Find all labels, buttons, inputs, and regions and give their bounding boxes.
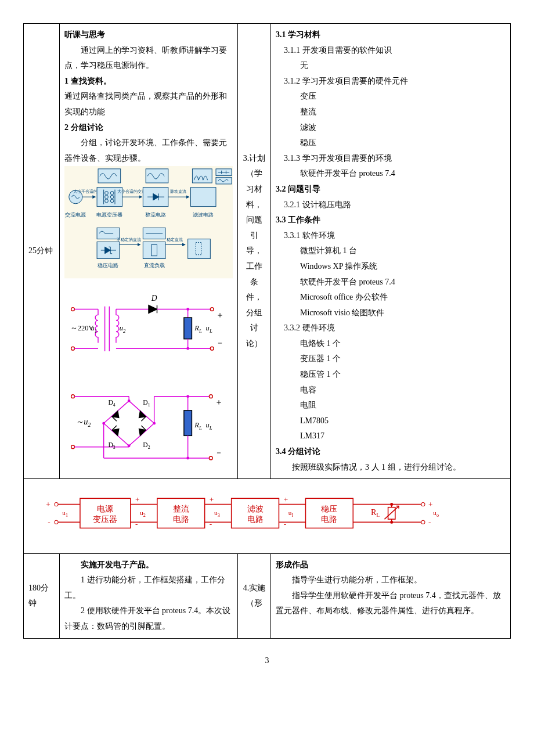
svg-text:uL: uL xyxy=(206,421,212,431)
svg-text:-: - xyxy=(284,520,286,528)
r3-h: 实施开发电子产品。 xyxy=(64,557,233,573)
r1-p1: 通过网上的学习资料、听教师讲解学习要点，学习稳压电源制作。 xyxy=(64,43,233,74)
svg-text:－: － xyxy=(216,339,224,348)
svg-text:-: - xyxy=(428,518,431,527)
l321: 3.2.1 设计稳压电路 xyxy=(276,197,506,213)
svg-point-89 xyxy=(209,395,212,398)
svg-text:u3: u3 xyxy=(214,509,220,518)
row-impl: 180分钟 实施开发电子产品。 1 进行功能分析，工作框架搭建，工作分工。 2 … xyxy=(24,553,511,638)
flow-cell: + - u1 电源 变压器 + - u2 整流 电路 + - xyxy=(24,479,511,553)
svg-text:D2: D2 xyxy=(143,441,150,450)
l313: 3.1.3 学习开发项目需要的环境 xyxy=(276,151,506,167)
svg-text:+: + xyxy=(135,496,140,505)
svg-point-151 xyxy=(390,503,393,506)
l331e: Microsoft visio 绘图软件 xyxy=(276,305,506,321)
l312: 3.1.2 学习开发项目需要的硬件元件 xyxy=(276,74,506,89)
svg-text:RL: RL xyxy=(194,324,202,334)
svg-rect-59 xyxy=(184,318,192,339)
svg-text:＋: ＋ xyxy=(216,311,224,319)
l331a: 微型计算机 1 台 xyxy=(276,243,506,259)
svg-rect-44 xyxy=(188,239,211,259)
row3-left: 实施开发电子产品。 1 进行功能分析，工作框架搭建，工作分工。 2 使用软硬件开… xyxy=(60,553,238,638)
svg-text:滤波电路: 滤波电路 xyxy=(193,212,214,218)
l311: 3.1.1 开发项目需要的软件知识 xyxy=(276,43,506,59)
row1-left: 听课与思考 通过网上的学习资料、听教师讲解学习要点，学习稳压电源制作。 1 查找… xyxy=(60,24,238,479)
row1-time: 25分钟 xyxy=(24,24,60,479)
l312a: 变压 xyxy=(276,89,506,105)
r1-p2: 通过网络查找同类产品，观察其产品的外形和实现的功能 xyxy=(64,89,233,120)
svg-text:-: - xyxy=(210,520,212,528)
l332f: LM7805 xyxy=(276,413,506,429)
l331c: 软硬件开发平台 proteus 7.4 xyxy=(276,275,506,290)
svg-text:u1: u1 xyxy=(62,509,68,518)
svg-text:电源变压器: 电源变压器 xyxy=(96,212,122,218)
svg-point-72 xyxy=(71,445,75,449)
l332d: 电容 xyxy=(276,383,506,398)
r3r-p1: 指导学生进行功能分析，工作框架。 xyxy=(276,573,506,588)
svg-point-83 xyxy=(128,399,131,402)
svg-text:直流负载: 直流负载 xyxy=(144,262,165,268)
svg-point-92 xyxy=(209,456,212,460)
bridge-diagram: ～u2 D4 D1 D3 D2 RL uL ＋ － xyxy=(64,374,233,469)
svg-text:～220V: ～220V xyxy=(70,324,94,332)
svg-text:不稳定的直流: 不稳定的直流 xyxy=(117,237,141,242)
svg-text:u2: u2 xyxy=(120,324,126,334)
svg-rect-29 xyxy=(190,188,215,207)
l313a: 软硬件开发平台 proteus 7.4 xyxy=(276,166,506,182)
r3-p1: 1 进行功能分析，工作框架搭建，工作分工。 xyxy=(64,573,233,603)
l331: 3.3.1 软件环境 xyxy=(276,228,506,244)
r3r-h: 形成作品 xyxy=(276,557,506,573)
row-plan: 25分钟 听课与思考 通过网上的学习资料、听教师讲解学习要点，学习稳压电源制作。… xyxy=(24,24,511,479)
row3-right: 形成作品 指导学生进行功能分析，工作框架。 指导学生使用软硬件开发平台 prot… xyxy=(271,553,511,638)
svg-text:脉动直流: 脉动直流 xyxy=(170,190,186,194)
l332: 3.3.2 硬件环境 xyxy=(276,321,506,336)
svg-text:RL: RL xyxy=(371,507,380,518)
svg-point-46 xyxy=(71,308,75,311)
r3r-p2: 指导学生使用软硬件开发平台 proteus 7.4，查找元器件、放置元器件、布局… xyxy=(276,588,506,619)
svg-text:大小合适的交流: 大小合适的交流 xyxy=(118,190,146,195)
p34: 按照班级实际情况，3 人 1 组，进行分组讨论。 xyxy=(276,460,506,476)
r1-h1: 听课与思考 xyxy=(64,27,233,43)
svg-line-150 xyxy=(384,506,399,519)
svg-text:整流电路: 整流电路 xyxy=(145,212,166,218)
svg-rect-3 xyxy=(192,169,212,183)
svg-text:电路: 电路 xyxy=(321,514,337,524)
svg-point-62 xyxy=(186,347,189,350)
svg-text:电路: 电路 xyxy=(173,514,189,524)
svg-point-55 xyxy=(210,308,214,311)
svg-text:D4: D4 xyxy=(108,399,115,408)
svg-point-145 xyxy=(421,503,425,506)
svg-point-98 xyxy=(186,395,189,398)
svg-text:稳定直流: 稳定直流 xyxy=(167,237,183,242)
l331b: Windows XP 操作系统 xyxy=(276,259,506,275)
svg-text:D3: D3 xyxy=(108,441,115,450)
svg-point-109 xyxy=(55,503,58,506)
svg-text:+: + xyxy=(284,496,288,505)
l332e: 电阻 xyxy=(276,398,506,413)
svg-text:稳压电路: 稳压电路 xyxy=(98,262,118,268)
svg-text:D1: D1 xyxy=(143,399,150,408)
svg-text:稳压: 稳压 xyxy=(321,504,337,513)
row-flow: + - u1 电源 变压器 + - u2 整流 电路 + - xyxy=(24,479,511,553)
l332c: 稳压管 1 个 xyxy=(276,367,506,383)
svg-text:uI: uI xyxy=(288,509,294,518)
svg-text:－: － xyxy=(215,448,223,457)
r1-h3: 2 分组讨论 xyxy=(64,120,233,136)
svg-text:u2: u2 xyxy=(140,509,146,518)
svg-text:-: - xyxy=(135,520,138,528)
svg-text:变压器: 变压器 xyxy=(93,514,117,524)
block-flow-diagram: 交流电源 大小不合适的交流 电源变压器 大小合适的交流 整流电路 脉动直流 滤波… xyxy=(64,166,233,278)
l312b: 整流 xyxy=(276,105,506,120)
h31: 3.1 学习材料 xyxy=(276,27,506,43)
h33: 3.3 工作条件 xyxy=(276,213,506,228)
l332b: 变压器 1 个 xyxy=(276,351,506,367)
svg-point-61 xyxy=(186,308,189,311)
svg-text:+: + xyxy=(210,496,214,505)
svg-point-57 xyxy=(210,347,214,351)
svg-text:D: D xyxy=(151,294,157,303)
svg-rect-1 xyxy=(98,169,121,183)
main-table: 25分钟 听课与思考 通过网上的学习资料、听教师讲解学习要点，学习稳压电源制作。… xyxy=(23,23,511,639)
svg-point-152 xyxy=(390,521,393,524)
svg-text:＋: ＋ xyxy=(215,398,223,406)
row1-mid: 3.计划（学习材料，问题引导，工作条件，分组讨论） xyxy=(238,24,271,479)
